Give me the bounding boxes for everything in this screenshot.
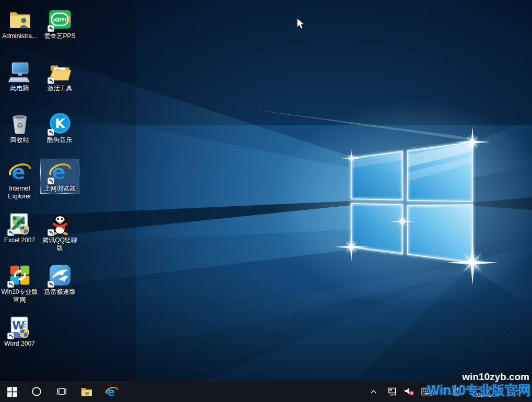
volume-tray-icon[interactable] (402, 381, 417, 402)
desktop-icon-iqiyi-pps[interactable]: iQIYI 爱奇艺PPS (40, 6, 79, 41)
shortcut-arrow-icon (7, 333, 14, 339)
desktop-icon-activation-tools[interactable]: 激活工具 (40, 58, 79, 93)
ie-browser-icon: e (48, 160, 72, 184)
network-tray-icon[interactable] (385, 381, 400, 402)
qq-penguin-icon (48, 211, 72, 235)
desktop-icon-word-2007[interactable]: W Word 2007 (0, 314, 39, 349)
desktop-icon-label: 此电脑 (10, 85, 29, 92)
task-view-icon (55, 386, 68, 397)
desktop-icon-internet-explorer[interactable]: e Internet Explorer (0, 159, 39, 202)
desktop: Administra... iQIYI 爱奇艺PPS (0, 0, 532, 402)
desktop-icon-this-pc[interactable]: 此电脑 (0, 58, 39, 93)
desktop-icon-label: 爱奇艺PPS (44, 32, 75, 40)
desktop-icon-label: 酷狗音乐 (48, 136, 73, 144)
recycle-bin-icon: ♻ (8, 111, 32, 135)
iqiyi-icon: iQIYI (48, 7, 72, 31)
mouse-cursor (296, 18, 306, 30)
desktop-icon-thunder[interactable]: 迅雷极速版 (40, 262, 79, 297)
this-pc-icon (8, 60, 32, 84)
volume-muted-icon (404, 386, 415, 397)
file-explorer-button[interactable] (75, 381, 98, 402)
internet-explorer-icon: e (8, 160, 32, 184)
shortcut-arrow-icon (48, 129, 54, 136)
shortcut-arrow-icon (48, 178, 54, 184)
desktop-icon-label: Internet Explorer (0, 185, 39, 200)
task-view-button[interactable] (50, 381, 73, 402)
start-button[interactable] (1, 381, 24, 402)
desktop-icon-label: 迅雷极速版 (44, 288, 76, 296)
chevron-up-icon (370, 388, 377, 396)
watermark-url: win10zyb.com (462, 371, 529, 383)
activation-folder-icon (48, 60, 72, 84)
desktop-icon-label: 回收站 (10, 136, 29, 144)
desktop-icon-label: 激活工具 (48, 85, 73, 92)
desktop-icon-label: Administra... (2, 32, 37, 40)
svg-text:K: K (55, 116, 66, 131)
ie-taskbar-button[interactable]: e (100, 381, 123, 402)
svg-text:♻: ♻ (16, 121, 22, 129)
shortcut-arrow-icon (48, 25, 54, 32)
thunder-bird-icon (48, 263, 72, 287)
desktop-icon-kugou-music[interactable]: K 酷狗音乐 (40, 110, 79, 145)
internet-explorer-icon: e (105, 385, 119, 398)
search-button[interactable] (25, 381, 48, 402)
excel-icon (8, 211, 32, 235)
folder-icon (80, 386, 93, 397)
desktop-icon-label: Word 2007 (4, 340, 34, 348)
desktop-icon-browser[interactable]: e 上网浏览器 (40, 159, 79, 194)
network-icon (387, 386, 398, 397)
desktop-icon-recycle-bin[interactable]: ♻ 回收站 (0, 110, 39, 145)
desktop-icon-excel-2007[interactable]: Excel 2007 (0, 210, 39, 245)
kugou-icon: K (48, 111, 72, 135)
windows-logo-icon (7, 387, 17, 397)
search-icon (31, 386, 42, 397)
desktop-icon-label: Win10专业版官网 (0, 288, 39, 304)
user-folder-icon (8, 7, 32, 31)
shortcut-arrow-icon (48, 77, 54, 84)
wallpaper (0, 0, 532, 402)
shortcut-arrow-icon (7, 281, 14, 288)
desktop-icon-label: Excel 2007 (4, 237, 35, 244)
svg-text:iQIYI: iQIYI (53, 17, 66, 22)
shortcut-arrow-icon (7, 229, 14, 236)
word-icon: W (8, 315, 32, 339)
desktop-icon-qq-light[interactable]: 腾讯QQ轻聊版 (40, 210, 79, 253)
watermark-site-name: Win10专业版官网 (428, 382, 531, 399)
win10-site-icon (8, 263, 32, 287)
desktop-icon-label: 腾讯QQ轻聊版 (40, 237, 79, 252)
desktop-icon-label: 上网浏览器 (44, 185, 76, 193)
tray-expand-button[interactable] (367, 381, 380, 402)
desktop-icon-win10-site[interactable]: Win10专业版官网 (0, 262, 39, 305)
desktop-icon-administrator[interactable]: Administra... (0, 6, 39, 41)
shortcut-arrow-icon (48, 229, 54, 236)
shortcut-arrow-icon (48, 281, 54, 288)
